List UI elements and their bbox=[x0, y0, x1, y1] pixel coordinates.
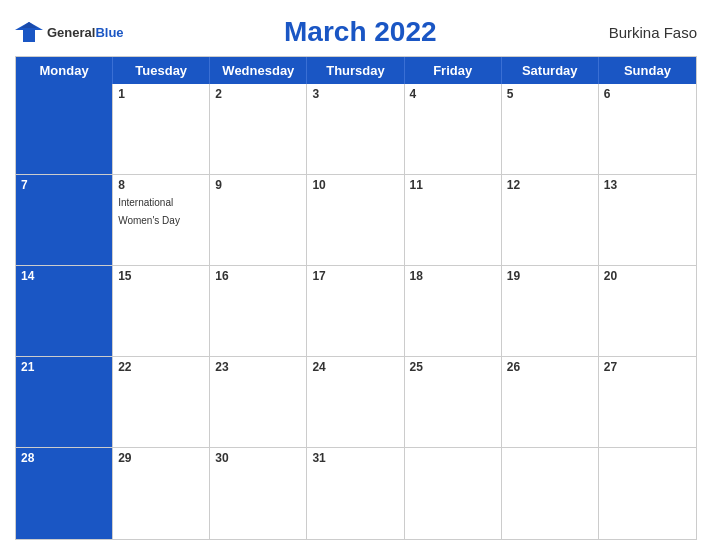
logo-bird-icon bbox=[15, 20, 43, 44]
day-thursday: Thursday bbox=[307, 57, 404, 84]
cell-mar-3: 3 bbox=[307, 84, 404, 174]
calendar-week-4: 21 22 23 24 25 26 27 bbox=[16, 357, 696, 448]
cell-mar-4: 4 bbox=[405, 84, 502, 174]
cell-empty-apr-1 bbox=[405, 448, 502, 539]
cell-mar-6: 6 bbox=[599, 84, 696, 174]
week-2-mon: 7 bbox=[16, 175, 113, 265]
cell-mar-12: 12 bbox=[502, 175, 599, 265]
week-5-mon: 28 bbox=[16, 448, 113, 539]
week-4-mon: 21 bbox=[16, 357, 113, 447]
cell-mar-30: 30 bbox=[210, 448, 307, 539]
cell-empty-apr-2 bbox=[502, 448, 599, 539]
calendar-week-1: 1 2 3 4 5 6 bbox=[16, 84, 696, 175]
cell-mar-15: 15 bbox=[113, 266, 210, 356]
cell-mar-20: 20 bbox=[599, 266, 696, 356]
calendar-week-3: 14 15 16 17 18 19 20 bbox=[16, 266, 696, 357]
logo-blue: Blue bbox=[95, 25, 123, 40]
intl-womens-day-event: International Women's Day bbox=[118, 197, 180, 226]
day-monday: Monday bbox=[16, 57, 113, 84]
cell-mar-19: 19 bbox=[502, 266, 599, 356]
cell-mar-10: 10 bbox=[307, 175, 404, 265]
day-wednesday: Wednesday bbox=[210, 57, 307, 84]
cell-mar-24: 24 bbox=[307, 357, 404, 447]
day-sunday: Sunday bbox=[599, 57, 696, 84]
calendar: Monday Tuesday Wednesday Thursday Friday… bbox=[15, 56, 697, 540]
cell-mar-31: 31 bbox=[307, 448, 404, 539]
calendar-week-2: 7 8 International Women's Day 9 10 11 12… bbox=[16, 175, 696, 266]
logo: GeneralBlue bbox=[15, 20, 124, 44]
cell-mar-17: 17 bbox=[307, 266, 404, 356]
day-friday: Friday bbox=[405, 57, 502, 84]
day-saturday: Saturday bbox=[502, 57, 599, 84]
cell-empty-apr-3 bbox=[599, 448, 696, 539]
svg-marker-1 bbox=[21, 22, 37, 28]
week-1-mon bbox=[16, 84, 113, 174]
cell-mar-26: 26 bbox=[502, 357, 599, 447]
cell-mar-13: 13 bbox=[599, 175, 696, 265]
calendar-week-5: 28 29 30 31 bbox=[16, 448, 696, 539]
cell-mar-18: 18 bbox=[405, 266, 502, 356]
cell-mar-27: 27 bbox=[599, 357, 696, 447]
cell-mar-16: 16 bbox=[210, 266, 307, 356]
cell-mar-25: 25 bbox=[405, 357, 502, 447]
country-label: Burkina Faso bbox=[597, 24, 697, 41]
cell-mar-8: 8 International Women's Day bbox=[113, 175, 210, 265]
page-header: GeneralBlue March 2022 Burkina Faso bbox=[15, 10, 697, 56]
cell-mar-11: 11 bbox=[405, 175, 502, 265]
cell-mar-9: 9 bbox=[210, 175, 307, 265]
week-3-mon: 14 bbox=[16, 266, 113, 356]
calendar-header: Monday Tuesday Wednesday Thursday Friday… bbox=[16, 57, 696, 84]
day-tuesday: Tuesday bbox=[113, 57, 210, 84]
cell-mar-29: 29 bbox=[113, 448, 210, 539]
logo-general: General bbox=[47, 25, 95, 40]
cell-mar-23: 23 bbox=[210, 357, 307, 447]
cell-mar-2: 2 bbox=[210, 84, 307, 174]
cell-mar-1: 1 bbox=[113, 84, 210, 174]
cell-mar-5: 5 bbox=[502, 84, 599, 174]
cell-mar-22: 22 bbox=[113, 357, 210, 447]
calendar-title: March 2022 bbox=[124, 16, 597, 48]
logo-text: GeneralBlue bbox=[47, 23, 124, 41]
calendar-body: 1 2 3 4 5 6 7 8 International Women's Da… bbox=[16, 84, 696, 539]
